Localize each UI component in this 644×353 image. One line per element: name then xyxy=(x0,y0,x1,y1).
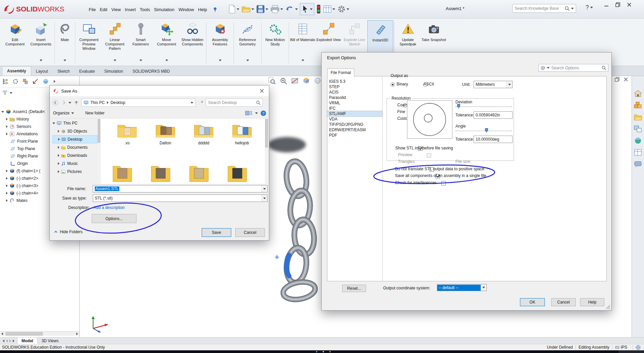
collapsed-arrow-icon[interactable] xyxy=(6,184,8,187)
menu-window[interactable]: Window xyxy=(176,7,196,12)
save-as-type-select[interactable]: STL (*.stl) xyxy=(93,195,268,202)
folder-tile-vs[interactable]: .vs xyxy=(112,122,143,145)
nav-3d-objects[interactable]: 3D Objects xyxy=(52,127,97,135)
tree-item-chain-2[interactable]: (-) chain<2> xyxy=(6,175,38,182)
close-icon[interactable] xyxy=(627,2,632,7)
export-cancel-button[interactable]: Cancel xyxy=(551,298,576,306)
ribbon-mate[interactable]: Mate xyxy=(55,20,74,63)
format-pdf[interactable]: PDF xyxy=(327,133,382,138)
collapsed-arrow-icon[interactable] xyxy=(6,177,8,180)
view-mode-icon[interactable] xyxy=(245,110,252,116)
tab-assembly[interactable]: Assembly xyxy=(2,66,31,76)
folder-tile-partial[interactable] xyxy=(188,163,210,184)
ribbon-insert-components[interactable]: Insert Components xyxy=(28,20,54,63)
property-manager-tab-icon[interactable] xyxy=(12,78,19,85)
ribbon-show-hidden-components[interactable]: Show Hidden Components xyxy=(179,20,205,63)
save-cancel-button[interactable]: Cancel xyxy=(235,228,265,237)
scroll-left-icon[interactable] xyxy=(1,332,3,335)
menu-view[interactable]: View xyxy=(109,7,123,12)
ribbon-move-component[interactable]: Move Component xyxy=(154,20,179,63)
tree-item-front-plane[interactable]: Front Plane xyxy=(10,138,38,145)
file-name-value[interactable]: Assem1.STL xyxy=(95,186,119,191)
dropdown-arrow-icon[interactable] xyxy=(165,60,168,61)
menu-help[interactable]: Help xyxy=(196,7,209,12)
angle-slider[interactable] xyxy=(455,131,512,131)
format-stl-amf[interactable]: STL/AMF xyxy=(327,111,382,116)
options-gear-button[interactable] xyxy=(337,5,349,13)
open-button[interactable] xyxy=(241,5,254,13)
collapsed-arrow-icon[interactable] xyxy=(6,125,8,128)
tab-layout[interactable]: Layout xyxy=(31,67,53,76)
tab-file-format[interactable]: File Format xyxy=(327,68,354,76)
file-name-input[interactable]: Assem1.STL xyxy=(93,185,268,192)
ribbon-new-motion-study[interactable]: New Motion Study xyxy=(262,20,288,63)
add-description-link[interactable]: Add a description xyxy=(93,205,125,210)
doc-close-icon[interactable] xyxy=(623,77,628,82)
breadcrumb-desktop[interactable]: Desktop xyxy=(111,100,125,105)
tab-solidworks-mbd[interactable]: SOLIDWORKS MBD xyxy=(128,67,174,76)
menu-tools[interactable]: Tools xyxy=(138,7,152,12)
feature-tree-tab-icon[interactable] xyxy=(2,78,9,85)
dropdown-arrow-icon[interactable] xyxy=(301,60,304,61)
folder-tile-dalton[interactable]: Dalton xyxy=(150,122,181,145)
format-step[interactable]: STEP xyxy=(327,84,382,90)
zoom-area-icon[interactable] xyxy=(279,77,287,85)
folder-tile-ddddd[interactable]: ddddd xyxy=(188,122,219,145)
filter-dropdown-icon[interactable] xyxy=(10,92,12,94)
refresh-button[interactable] xyxy=(197,100,204,105)
tree-item-right-plane[interactable]: Right Plane xyxy=(10,153,38,160)
display-settings-button[interactable] xyxy=(323,5,335,13)
output-coordinate-select[interactable]: -- default -- xyxy=(437,284,487,291)
home-icon[interactable] xyxy=(634,90,642,98)
collapsed-arrow-icon[interactable] xyxy=(6,170,8,172)
save-as-close-icon[interactable] xyxy=(259,89,264,93)
expanded-arrow-icon[interactable] xyxy=(1,111,4,113)
dropdown-arrow-icon[interactable] xyxy=(64,60,66,61)
nav-downloads[interactable]: Downloads xyxy=(52,151,97,160)
recent-locations-icon[interactable] xyxy=(69,102,71,104)
dropdown-arrow-icon[interactable] xyxy=(40,60,42,61)
nav-music[interactable]: Music xyxy=(52,160,97,168)
knowledge-search-box[interactable]: Search Knowledge Base xyxy=(512,4,576,13)
doc-restore-icon[interactable] xyxy=(615,77,619,82)
appearances-icon[interactable] xyxy=(634,137,642,145)
search-icon[interactable] xyxy=(602,66,606,70)
format-iges[interactable]: IGES 5.3 xyxy=(327,79,382,84)
collapsed-arrow-icon[interactable] xyxy=(6,192,8,195)
custom-properties-icon[interactable] xyxy=(634,148,642,156)
scroll-right-icon[interactable] xyxy=(76,332,78,335)
new-document-button[interactable] xyxy=(228,4,239,14)
dimxpert-tab-icon[interactable] xyxy=(32,78,39,85)
collapsed-arrow-icon[interactable] xyxy=(6,199,8,202)
undo-button[interactable] xyxy=(285,5,298,13)
dropdown-arrow-icon[interactable] xyxy=(139,60,142,61)
reset-button[interactable]: Reset... xyxy=(342,285,366,292)
ok-button[interactable]: OK xyxy=(520,298,545,306)
tab-evaluate[interactable]: Evaluate xyxy=(74,67,99,76)
ribbon-smart-fasteners[interactable]: Smart Fasteners xyxy=(128,20,154,63)
new-folder-button[interactable]: New folder xyxy=(85,111,105,115)
dropdown-arrow-icon[interactable] xyxy=(246,60,249,61)
folder-tile-partial[interactable] xyxy=(112,163,133,184)
section-view-icon[interactable] xyxy=(291,77,299,85)
configuration-manager-tab-icon[interactable] xyxy=(22,78,29,85)
angle-tolerance-input[interactable]: 10.00000deg xyxy=(474,136,513,143)
tree-item-chain-4[interactable]: (-) chain<4> xyxy=(6,190,38,197)
search-icon[interactable] xyxy=(256,101,260,105)
dropdown-arrow-icon[interactable] xyxy=(219,60,222,61)
tree-item-top-plane[interactable]: Top Plane xyxy=(10,145,35,152)
format-vrml[interactable]: VRML xyxy=(327,100,382,106)
selection-filter-stoplight-icon[interactable] xyxy=(316,4,321,14)
zoom-fit-icon[interactable] xyxy=(268,77,276,85)
file-list-scrollbar[interactable] xyxy=(265,118,268,184)
check-interferences-checkbox[interactable] xyxy=(441,181,446,185)
options-button[interactable]: Options... xyxy=(92,214,136,223)
organize-button[interactable]: Organize xyxy=(53,111,74,115)
save-as-file-list[interactable]: .vs Dalton ddddd hellojob xyxy=(101,118,265,184)
search-desktop-box[interactable]: Search Desktop xyxy=(206,99,263,107)
deviation-slider[interactable] xyxy=(455,106,512,107)
tree-item-chain-3[interactable]: (-) chain<3> xyxy=(6,182,38,189)
search-options-box[interactable]: Search Options xyxy=(538,64,608,72)
select-tool-button[interactable] xyxy=(300,3,314,15)
address-dropdown-icon[interactable] xyxy=(191,102,193,104)
